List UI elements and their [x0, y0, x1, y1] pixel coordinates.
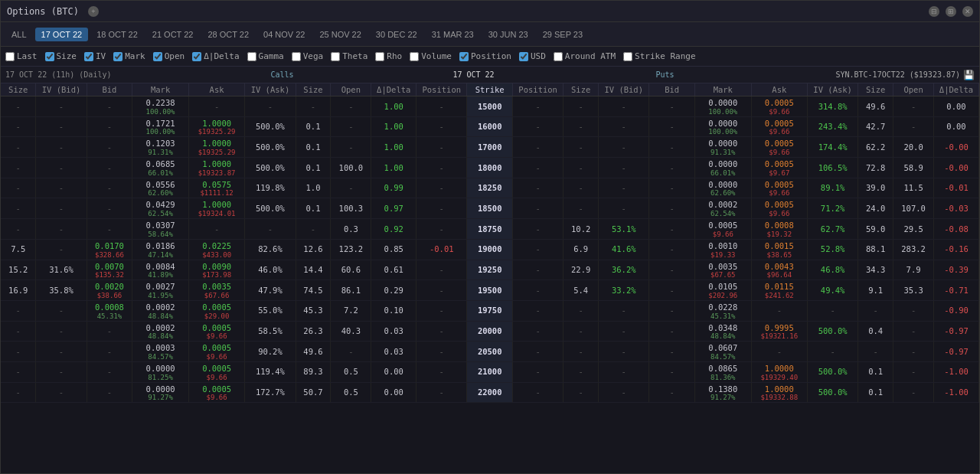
col-puts-size: Size [564, 83, 599, 96]
puts-iv_ask-cell: 500.0% [808, 382, 858, 403]
tab-31-mar-23[interactable]: 31 MAR 23 [426, 28, 480, 41]
tab-30-dec-22[interactable]: 30 DEC 22 [370, 28, 423, 41]
puts-size-cell: - [564, 321, 599, 342]
maximize-button[interactable]: ⊞ [946, 6, 956, 17]
puts-delta-cell: -0.90 [934, 300, 979, 321]
puts-iv_bid-cell: 41.6% [599, 239, 649, 260]
calls-iv_bid-cell: - [36, 321, 87, 342]
calls-position-cell: - [416, 198, 467, 219]
puts-size-cell: 10.2 [564, 219, 599, 240]
checkbox-position[interactable] [459, 52, 469, 61]
save-icon[interactable]: 💾 [963, 70, 975, 80]
calls-size-cell: - [1, 198, 36, 219]
add-tab-button[interactable]: + [88, 6, 99, 17]
checkbox-theta[interactable] [331, 52, 340, 61]
calls-open-cell: 60.6 [331, 260, 371, 280]
strike-cell: 19000 [467, 239, 513, 260]
puts-delta-cell: -0.71 [934, 280, 979, 301]
puts-iv_bid-cell: - [599, 300, 649, 321]
tab-all[interactable]: ALL [5, 28, 33, 41]
tab-18-oct-22[interactable]: 18 OCT 22 [90, 28, 144, 41]
puts-size2-cell: 59.0 [858, 219, 893, 240]
puts-open-cell: 283.2 [893, 239, 934, 260]
puts-size-cell: 6.9 [564, 239, 599, 260]
checkbox-usd[interactable] [519, 52, 528, 61]
puts-iv_ask-cell: 71.2% [808, 198, 858, 219]
calls-ask-cell: - [188, 219, 245, 240]
calls-size-cell: - [1, 137, 36, 158]
checkbox-vega[interactable] [292, 52, 301, 61]
calls-position-cell: - [416, 382, 467, 403]
puts-ask-cell: 0.0005$9.66 [751, 96, 808, 117]
tab-30-jun-23[interactable]: 30 JUN 23 [482, 28, 534, 41]
calls-bid-cell: - [87, 116, 132, 137]
calls-delta-cell: 0.99 [371, 178, 416, 198]
puts-position-cell: - [513, 116, 564, 137]
minimize-button[interactable]: ⊟ [929, 6, 939, 17]
table-row: ---0.1721100.00%1.0000$19325.29500.0%0.1… [1, 116, 979, 137]
calls-bid-cell: 0.0020$38.66 [87, 280, 132, 301]
puts-size-cell: - [564, 198, 599, 219]
col-calls-position: Position [416, 83, 467, 96]
calls-open-cell: - [331, 116, 371, 137]
col-calls-delta: Δ|Delta [371, 83, 416, 96]
tab-25-nov-22[interactable]: 25 NOV 22 [313, 28, 367, 41]
tab-28-oct-22[interactable]: 28 OCT 22 [201, 28, 255, 41]
main-table-container[interactable]: Size IV (Bid) Bid Mark Ask IV (Ask) Size… [1, 83, 979, 473]
checkbox-mark[interactable] [113, 52, 122, 61]
checkbox-δ-delta[interactable] [192, 52, 201, 61]
checkbox-item-mark: Mark [113, 51, 145, 61]
calls-bid-cell: - [87, 361, 132, 382]
puts-mark-cell: 0.0000100.00% [695, 116, 752, 137]
puts-bid-cell: - [649, 219, 695, 240]
puts-ask-cell: 0.0008$19.32 [751, 219, 808, 240]
checkbox-open[interactable] [153, 52, 162, 61]
close-button[interactable]: ✕ [962, 6, 973, 17]
calls-mark-cell: 0.120391.31% [132, 137, 189, 158]
checkbox-iv[interactable] [84, 52, 93, 61]
calls-mark-cell: 0.1721100.00% [132, 116, 189, 137]
checkbox-rho[interactable] [375, 52, 384, 61]
puts-size2-cell: 24.0 [858, 198, 893, 219]
table-row: --0.000845.31%0.000248.84%0.0005$29.0055… [1, 300, 979, 321]
tab-17-oct-22[interactable]: 17 OCT 22 [35, 28, 89, 41]
puts-iv_ask-cell: 314.8% [808, 96, 858, 117]
checkbox-volume[interactable] [410, 52, 419, 61]
tab-29-sep-23[interactable]: 29 SEP 23 [537, 28, 589, 41]
tab-04-nov-22[interactable]: 04 NOV 22 [257, 28, 311, 41]
checkbox-around-atm[interactable] [554, 52, 563, 61]
puts-bid-cell: - [649, 158, 695, 178]
puts-iv_bid-cell: - [599, 198, 649, 219]
calls-mark-cell: 0.000081.25% [132, 361, 189, 382]
puts-open-cell: 7.9 [893, 260, 934, 280]
checkbox-last[interactable] [5, 52, 15, 61]
calls-delta-cell: 0.92 [371, 219, 416, 240]
checkbox-item-position: Position [459, 51, 511, 61]
puts-ask-cell: 0.0005$9.66 [751, 178, 808, 198]
puts-size2-cell: 42.7 [858, 116, 893, 137]
calls-iv_ask-cell: - [245, 219, 296, 240]
calls-iv_bid-cell: - [36, 96, 87, 117]
checkbox-size[interactable] [45, 52, 54, 61]
puts-mark-cell: 0.022845.31% [695, 300, 752, 321]
puts-position-cell: - [513, 300, 564, 321]
tab-21-oct-22[interactable]: 21 OCT 22 [146, 28, 200, 41]
calls-size-cell: - [1, 382, 36, 403]
calls-size-cell: - [1, 321, 36, 342]
checkbox-gamma[interactable] [247, 52, 256, 61]
calls-iv_ask-cell: 47.9% [245, 280, 296, 301]
puts-iv_bid-cell: 53.1% [599, 219, 649, 240]
checkbox-strike-range[interactable] [623, 52, 632, 61]
calls-size2-cell: 0.1 [296, 158, 331, 178]
calls-size2-cell: - [296, 219, 331, 240]
puts-delta-cell: -0.08 [934, 219, 979, 240]
puts-mark-cell: 0.000066.01% [695, 158, 752, 178]
calls-open-cell: - [331, 178, 371, 198]
calls-ask-cell: 0.0005$9.66 [188, 382, 245, 403]
window-controls: ⊟ ⊞ ✕ [926, 6, 973, 17]
col-calls-iv-bid: IV (Bid) [36, 83, 87, 96]
calls-size-cell: - [1, 361, 36, 382]
puts-ask-cell: 0.0005$9.66 [751, 116, 808, 137]
calls-bid-cell: - [87, 219, 132, 240]
puts-mark-cell: 0.0035$67.65 [695, 260, 752, 280]
